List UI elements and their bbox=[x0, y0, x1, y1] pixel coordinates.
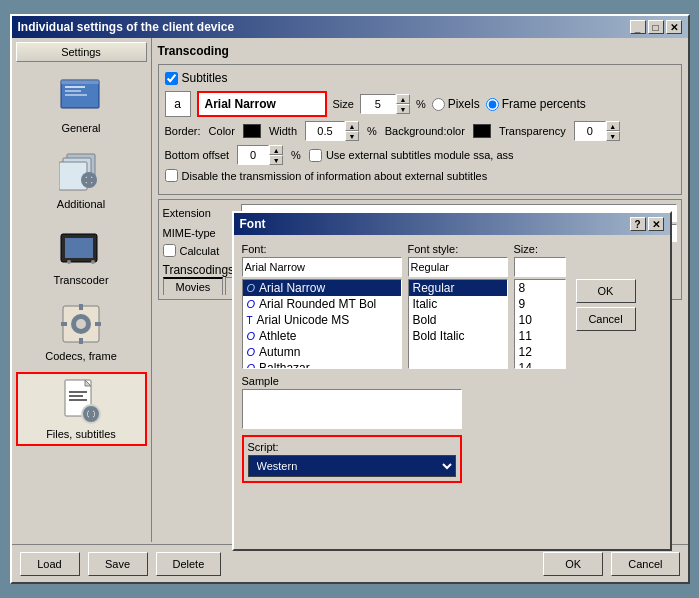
font-item-autumn[interactable]: O Autumn bbox=[243, 344, 401, 360]
size-item-11[interactable]: 11 bbox=[515, 328, 565, 344]
pixels-radio[interactable] bbox=[432, 98, 445, 111]
save-button[interactable]: Save bbox=[88, 552, 148, 576]
font-preview-row: a Arial Narrow Size ▲ ▼ % bbox=[165, 91, 675, 117]
style-item-regular[interactable]: Regular bbox=[409, 280, 507, 296]
style-item-italic[interactable]: Italic bbox=[409, 296, 507, 312]
font-item-arial-rounded[interactable]: O Arial Rounded MT Bol bbox=[243, 296, 401, 312]
minimize-button[interactable]: _ bbox=[630, 20, 646, 34]
font-cancel-button[interactable]: Cancel bbox=[576, 307, 636, 331]
svg-rect-13 bbox=[65, 238, 93, 258]
cancel-button[interactable]: Cancel bbox=[611, 552, 679, 576]
size-item-10[interactable]: 10 bbox=[515, 312, 565, 328]
font-size-listbox[interactable]: 8 9 10 11 12 14 16 bbox=[514, 279, 566, 369]
width-down-arrow[interactable]: ▼ bbox=[345, 131, 359, 141]
bottom-offset-input[interactable] bbox=[237, 145, 269, 165]
disable-transmission-row: Disable the transmission of information … bbox=[165, 169, 675, 182]
font-dialog-close-button[interactable]: ✕ bbox=[648, 217, 664, 231]
sidebar-item-codecs-label: Codecs, frame bbox=[45, 350, 117, 362]
calculate-label: Calculat bbox=[180, 245, 220, 257]
svg-rect-3 bbox=[65, 90, 81, 92]
sample-label: Sample bbox=[242, 375, 662, 387]
width-input[interactable] bbox=[305, 121, 345, 141]
font-preview-box[interactable]: Arial Narrow bbox=[197, 91, 327, 117]
svg-rect-19 bbox=[79, 304, 83, 310]
font-cols: Font: O Arial Narrow O Arial Rounded MT … bbox=[242, 243, 662, 369]
sidebar-item-additional[interactable]: Additional bbox=[16, 144, 147, 214]
font-dialog-buttons: OK Cancel bbox=[576, 279, 636, 369]
font-style-listbox[interactable]: Regular Italic Bold Bold Italic bbox=[408, 279, 508, 369]
font-type-icon: T bbox=[247, 315, 253, 326]
ok-button[interactable]: OK bbox=[543, 552, 603, 576]
main-title-bar: Individual settings of the client device… bbox=[12, 16, 688, 38]
sidebar-item-files[interactable]: Files, subtitles bbox=[16, 372, 147, 446]
size-spinbox: ▲ ▼ bbox=[360, 94, 410, 114]
font-size-col-label: Size: bbox=[514, 243, 662, 255]
width-up-arrow[interactable]: ▲ bbox=[345, 121, 359, 131]
tab-movies[interactable]: Movies bbox=[163, 277, 224, 295]
font-dialog-title-buttons: ? ✕ bbox=[630, 217, 664, 231]
transparency-down-arrow[interactable]: ▼ bbox=[606, 131, 620, 141]
font-dialog-title-bar: Font ? ✕ bbox=[234, 213, 670, 235]
font-item-balthazar[interactable]: O Balthazar bbox=[243, 360, 401, 369]
bottom-offset-up-arrow[interactable]: ▲ bbox=[269, 145, 283, 155]
script-section: Script: Western Eastern European Cyrilli… bbox=[242, 435, 462, 483]
disable-transmission-checkbox[interactable] bbox=[165, 169, 178, 182]
size-up-arrow[interactable]: ▲ bbox=[396, 94, 410, 104]
delete-button[interactable]: Delete bbox=[156, 552, 222, 576]
frame-percents-option: Frame percents bbox=[486, 97, 586, 111]
calculate-checkbox[interactable] bbox=[163, 244, 176, 257]
sidebar-item-codecs[interactable]: Codecs, frame bbox=[16, 296, 147, 366]
subtitles-section: Subtitles a Arial Narrow Size ▲ bbox=[158, 64, 682, 195]
bottom-offset-down-arrow[interactable]: ▼ bbox=[269, 155, 283, 165]
transparency-input[interactable] bbox=[574, 121, 606, 141]
style-item-bold[interactable]: Bold bbox=[409, 312, 507, 328]
font-dialog-help-button[interactable]: ? bbox=[630, 217, 646, 231]
font-type-icon: O bbox=[247, 298, 256, 310]
width-percent: % bbox=[367, 125, 377, 137]
font-dialog: Font ? ✕ Font: O Arial Narrow bbox=[232, 211, 672, 551]
font-item-arial-unicode[interactable]: T Arial Unicode MS bbox=[243, 312, 401, 328]
subtitles-label: Subtitles bbox=[182, 71, 228, 85]
transparency-label: Transparency bbox=[499, 125, 566, 137]
bg-color-swatch[interactable] bbox=[473, 124, 491, 138]
script-select[interactable]: Western Eastern European Cyrillic Greek … bbox=[248, 455, 456, 477]
size-item-14[interactable]: 14 bbox=[515, 360, 565, 369]
size-item-12[interactable]: 12 bbox=[515, 344, 565, 360]
size-item-8[interactable]: 8 bbox=[515, 280, 565, 296]
sidebar-item-general[interactable]: General bbox=[16, 68, 147, 138]
border-row: Border: Color Width ▲ ▼ % Background:olo… bbox=[165, 121, 675, 141]
font-size-input[interactable] bbox=[514, 257, 566, 277]
frame-percents-radio[interactable] bbox=[486, 98, 499, 111]
font-item-athlete[interactable]: O Athlete bbox=[243, 328, 401, 344]
svg-point-18 bbox=[76, 319, 86, 329]
external-subtitles-row: Use external subtitles module ssa, ass bbox=[309, 149, 514, 162]
font-listbox[interactable]: O Arial Narrow O Arial Rounded MT Bol T … bbox=[242, 279, 402, 369]
maximize-button[interactable]: □ bbox=[648, 20, 664, 34]
font-name-col: Font: O Arial Narrow O Arial Rounded MT … bbox=[242, 243, 402, 369]
load-button[interactable]: Load bbox=[20, 552, 80, 576]
font-ok-button[interactable]: OK bbox=[576, 279, 636, 303]
style-item-bold-italic[interactable]: Bold Italic bbox=[409, 328, 507, 344]
percent-sign: % bbox=[416, 98, 426, 110]
transparency-up-arrow[interactable]: ▲ bbox=[606, 121, 620, 131]
subtitles-checkbox[interactable] bbox=[165, 72, 178, 85]
main-window: Individual settings of the client device… bbox=[10, 14, 690, 584]
size-col-content: 8 9 10 11 12 14 16 OK Cancel bbox=[514, 279, 662, 369]
font-name-input[interactable] bbox=[242, 257, 402, 277]
size-item-9[interactable]: 9 bbox=[515, 296, 565, 312]
external-subtitles-label: Use external subtitles module ssa, ass bbox=[326, 149, 514, 161]
font-style-input[interactable] bbox=[408, 257, 508, 277]
pixels-label: Pixels bbox=[448, 97, 480, 111]
font-item-label: Autumn bbox=[259, 345, 300, 359]
sidebar-item-transcoder[interactable]: Transcoder bbox=[16, 220, 147, 290]
svg-rect-11 bbox=[87, 176, 91, 184]
size-down-arrow[interactable]: ▼ bbox=[396, 104, 410, 114]
close-button[interactable]: ✕ bbox=[666, 20, 682, 34]
border-color-swatch[interactable] bbox=[243, 124, 261, 138]
script-label: Script: bbox=[248, 441, 456, 453]
font-item-arial-narrow[interactable]: O Arial Narrow bbox=[243, 280, 401, 296]
size-input[interactable] bbox=[360, 94, 396, 114]
title-bar-buttons: _ □ ✕ bbox=[630, 20, 682, 34]
font-size-col: Size: 8 9 10 11 12 14 16 OK bbox=[514, 243, 662, 369]
external-subtitles-checkbox[interactable] bbox=[309, 149, 322, 162]
